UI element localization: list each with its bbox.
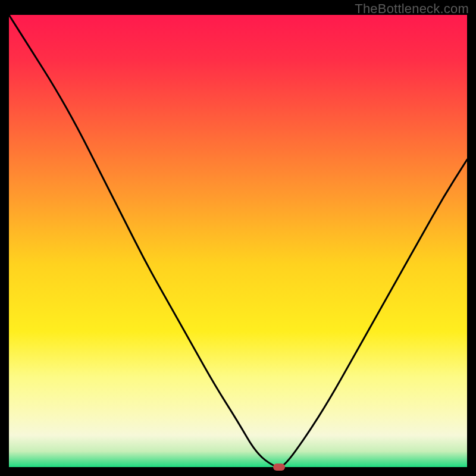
optimal-point-marker xyxy=(273,464,285,471)
chart-frame xyxy=(9,15,467,467)
bottleneck-chart xyxy=(9,15,467,467)
gradient-background xyxy=(9,15,467,467)
